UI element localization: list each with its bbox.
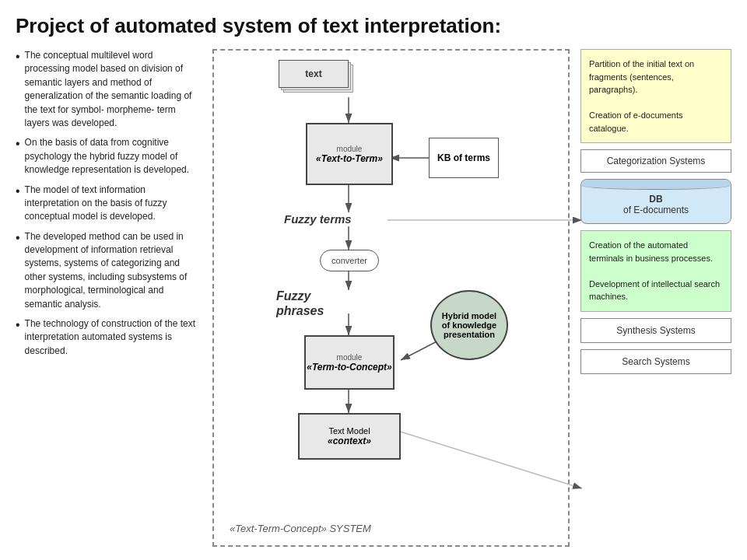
list-item: • On the basis of data from cognitive ps… bbox=[16, 136, 198, 177]
bullet-text-1: The conceptual multilevel word processin… bbox=[25, 49, 198, 130]
context-name: «context» bbox=[328, 436, 371, 446]
converter-box: converter bbox=[320, 250, 379, 271]
hybrid-line3: presentation bbox=[444, 330, 495, 339]
kb-label: KB of terms bbox=[437, 152, 490, 163]
kb-of-terms: KB of terms bbox=[429, 138, 499, 178]
context-label: Text Model bbox=[328, 426, 370, 436]
info2-line1: Creation of the automated terminals in b… bbox=[589, 240, 713, 263]
list-item: • The technology of construction of the … bbox=[16, 317, 198, 358]
bullet-icon: • bbox=[16, 49, 20, 65]
info-box-creation: Creation of the automated terminals in b… bbox=[580, 230, 731, 312]
text-node-stack: text bbox=[279, 60, 349, 88]
list-item: • The model of text information interpre… bbox=[16, 184, 198, 224]
db-line1: DB bbox=[587, 194, 724, 205]
info1-line1: Partition of the initial text on fragmen… bbox=[589, 59, 694, 94]
db-line2: of E-documents bbox=[587, 205, 724, 215]
module2-label: module bbox=[337, 353, 363, 362]
module1-label: module bbox=[337, 145, 363, 153]
list-item: • The developed method can be used in de… bbox=[16, 230, 198, 311]
left-panel: • The conceptual multilevel word process… bbox=[16, 49, 206, 547]
info-box-partition: Partition of the initial text on fragmen… bbox=[580, 49, 731, 143]
system-label: «Text-Term-Concept» SYSTEM bbox=[230, 523, 371, 534]
context-box: Text Model «context» bbox=[298, 413, 401, 460]
bullet-text-2: On the basis of data from cognitive psyc… bbox=[25, 136, 198, 177]
db-edocuments: DB of E-documents bbox=[580, 179, 731, 224]
bullet-icon: • bbox=[16, 136, 20, 152]
content-area: • The conceptual multilevel word process… bbox=[16, 49, 731, 547]
text-node: text bbox=[279, 60, 349, 88]
search-systems: Search Systems bbox=[580, 349, 731, 374]
bullet-text-4: The developed method can be used in deve… bbox=[25, 230, 198, 311]
hybrid-model: Hybrid model of knowledge presentation bbox=[430, 290, 508, 360]
hybrid-line2: of knowledge bbox=[442, 320, 496, 330]
diagram: text module «Text-to-Term» KB of terms F… bbox=[220, 57, 562, 539]
bullet-icon: • bbox=[16, 230, 20, 247]
module1-name: «Text-to-Term» bbox=[316, 153, 383, 164]
page-title: Project of automated system of text inte… bbox=[16, 14, 731, 38]
svg-line-11 bbox=[395, 430, 582, 488]
right-panel: Partition of the initial text on fragmen… bbox=[576, 49, 731, 547]
synthesis-systems: Synthesis Systems bbox=[580, 318, 731, 343]
info1-line2: Creation of e-documents catalogue. bbox=[589, 110, 682, 133]
info2-line2: Development of intellectual search machi… bbox=[589, 279, 720, 302]
center-panel: text module «Text-to-Term» KB of terms F… bbox=[212, 49, 570, 547]
page: Project of automated system of text inte… bbox=[0, 0, 747, 560]
categorization-systems: Categorization Systems bbox=[580, 149, 731, 173]
fuzzy-terms-label: Fuzzy terms bbox=[284, 212, 352, 226]
list-item: • The conceptual multilevel word process… bbox=[16, 49, 198, 130]
bullet-text-3: The model of text information interpreta… bbox=[25, 184, 198, 224]
module-text-to-term: module «Text-to-Term» bbox=[306, 123, 393, 185]
bullet-icon: • bbox=[16, 184, 20, 200]
hybrid-line1: Hybrid model bbox=[442, 311, 496, 320]
bullet-icon: • bbox=[16, 317, 20, 334]
module-term-to-concept: module «Term-to-Concept» bbox=[304, 335, 395, 390]
module2-name: «Term-to-Concept» bbox=[307, 362, 392, 373]
fuzzy-phrases-label: Fuzzy phrases bbox=[276, 289, 324, 318]
bullet-text-5: The technology of construction of the te… bbox=[25, 317, 198, 358]
